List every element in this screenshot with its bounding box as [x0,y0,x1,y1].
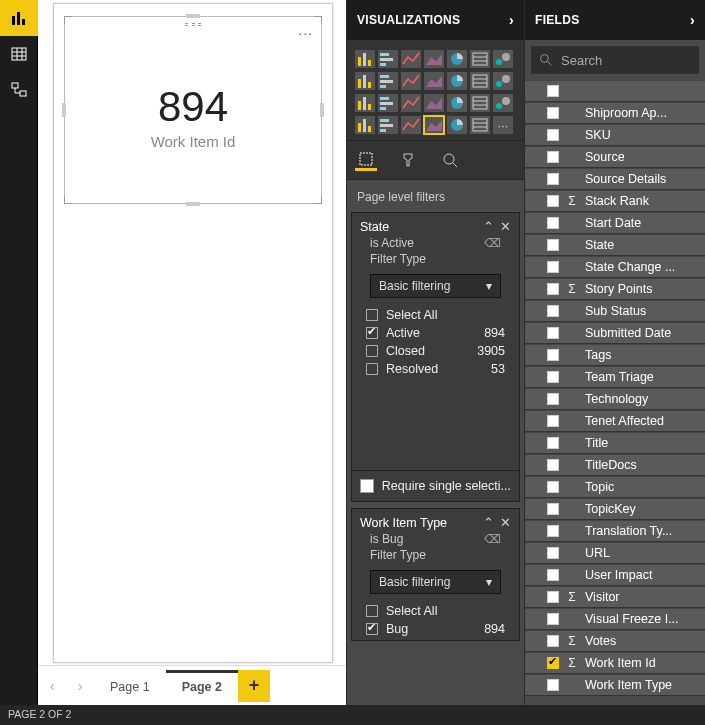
resize-handle-br[interactable] [314,196,322,204]
visual-type-icon[interactable] [470,50,490,68]
visual-type-icon[interactable] [493,94,513,112]
field-checkbox[interactable] [547,283,559,295]
field-row[interactable]: Topic [525,476,705,498]
add-page-button[interactable]: + [238,670,270,702]
filter-checkbox[interactable] [366,605,378,617]
field-row[interactable]: Sub Status [525,300,705,322]
filter-option-row[interactable]: Select All [366,602,505,620]
filter-checkbox[interactable] [366,327,378,339]
format-tab-icon[interactable] [397,149,419,171]
filter-option-row[interactable]: Active894 [366,324,505,342]
field-checkbox[interactable] [547,239,559,251]
field-checkbox[interactable] [547,129,559,141]
visual-type-icon[interactable] [424,72,444,90]
field-row[interactable]: ΣWork Item Id [525,652,705,674]
field-row[interactable]: ΣStory Points [525,278,705,300]
field-checkbox[interactable] [547,261,559,273]
resize-handle-bl[interactable] [64,196,72,204]
tab-page-1[interactable]: Page 1 [94,670,166,702]
resize-handle-e[interactable] [320,103,324,117]
require-single-row[interactable]: Require single selecti... [352,470,519,501]
visual-type-icon[interactable] [424,94,444,112]
filter-checkbox[interactable] [366,363,378,375]
field-checkbox[interactable] [547,371,559,383]
field-row[interactable]: Technology [525,388,705,410]
field-checkbox[interactable] [547,85,559,97]
visual-type-icon[interactable] [401,72,421,90]
visual-type-icon[interactable] [378,50,398,68]
card-visual[interactable]: ··· 894 Work Item Id [64,16,322,204]
visual-type-icon[interactable] [355,50,375,68]
visualizations-header[interactable]: VISUALIZATIONS › [347,0,524,40]
visual-type-icon[interactable] [447,50,467,68]
require-single-checkbox[interactable] [360,479,374,493]
collapse-filter-icon[interactable]: ⌃ [483,515,494,530]
field-checkbox[interactable] [547,591,559,603]
filter-checkbox[interactable] [366,309,378,321]
field-checkbox[interactable] [547,305,559,317]
filter-option-row[interactable]: Resolved53 [366,360,505,378]
field-checkbox[interactable] [547,547,559,559]
filter-option-row[interactable]: Bug894 [366,620,505,638]
visual-type-icon[interactable] [424,50,444,68]
resize-handle-tl[interactable] [64,16,72,24]
field-checkbox[interactable] [547,635,559,647]
field-checkbox[interactable] [547,569,559,581]
visual-type-icon[interactable] [447,72,467,90]
field-row[interactable]: Source Details [525,168,705,190]
field-checkbox[interactable] [547,195,559,207]
field-checkbox[interactable] [547,107,559,119]
filter-type-select[interactable]: Basic filtering ▾ [370,274,501,298]
field-row[interactable]: Team Triage [525,366,705,388]
prev-page-icon[interactable]: ‹ [38,672,66,700]
next-page-icon[interactable]: › [66,672,94,700]
field-row[interactable]: State Change ... [525,256,705,278]
visual-type-icon[interactable] [470,72,490,90]
visual-type-icon[interactable] [401,116,421,134]
fields-tab-icon[interactable] [355,149,377,171]
field-row[interactable]: TopicKey [525,498,705,520]
resize-handle-s[interactable] [186,202,200,206]
field-checkbox[interactable] [547,679,559,691]
visual-type-icon[interactable] [355,94,375,112]
field-checkbox[interactable] [547,151,559,163]
field-row[interactable]: ΣVotes [525,630,705,652]
report-view-icon[interactable] [0,0,38,36]
field-checkbox[interactable] [547,437,559,449]
field-checkbox[interactable] [547,657,559,669]
field-checkbox[interactable] [547,525,559,537]
field-row[interactable]: ΣStack Rank [525,190,705,212]
field-row[interactable]: Start Date [525,212,705,234]
field-row[interactable]: Work Item Type [525,674,705,696]
filter-option-row[interactable]: Closed3905 [366,342,505,360]
model-view-icon[interactable] [0,72,38,108]
field-row[interactable]: Title [525,432,705,454]
collapse-pane-icon[interactable]: › [509,12,514,28]
field-row[interactable]: ΣVisitor [525,586,705,608]
visual-type-icon[interactable] [493,72,513,90]
visual-type-icon[interactable] [355,72,375,90]
field-row[interactable]: SKU [525,124,705,146]
field-checkbox[interactable] [547,415,559,427]
field-row[interactable]: Shiproom Ap... [525,102,705,124]
field-row[interactable] [525,80,705,102]
report-canvas[interactable]: ··· 894 Work Item Id [38,0,346,665]
visual-type-icon[interactable] [378,94,398,112]
field-checkbox[interactable] [547,349,559,361]
visual-type-icon[interactable] [378,116,398,134]
visual-more-icon[interactable]: ··· [493,116,513,134]
visual-more-icon[interactable]: ··· [298,25,313,41]
field-checkbox[interactable] [547,217,559,229]
visual-type-icon[interactable] [493,50,513,68]
field-row[interactable]: User Impact [525,564,705,586]
field-checkbox[interactable] [547,613,559,625]
drag-grip-icon[interactable] [185,23,201,27]
field-row[interactable]: Source [525,146,705,168]
collapse-filter-icon[interactable]: ⌃ [483,219,494,234]
resize-handle-tr[interactable] [314,16,322,24]
field-row[interactable]: State [525,234,705,256]
collapse-pane-icon[interactable]: › [690,12,695,28]
visual-type-icon[interactable] [470,116,490,134]
field-row[interactable]: Tags [525,344,705,366]
field-row[interactable]: URL [525,542,705,564]
